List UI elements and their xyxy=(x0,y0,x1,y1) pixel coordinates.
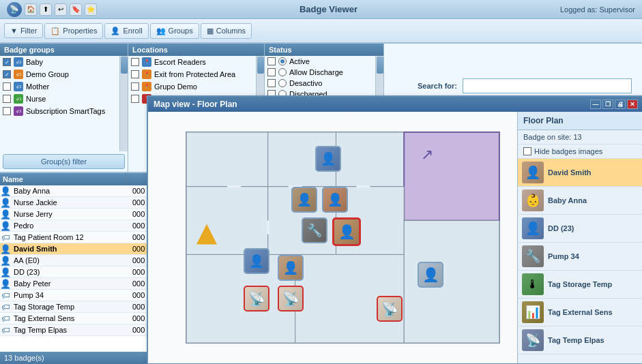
window-controls-left: 📡 🏠 ⬆ ↩ 🔖 ⭐ xyxy=(7,2,97,17)
status-radio-active[interactable] xyxy=(278,57,287,65)
badge-marker-5[interactable]: 👤 xyxy=(244,248,269,274)
location-item-exit[interactable]: 📍 Exit from Protected Area xyxy=(128,68,256,80)
enroll-button[interactable]: 👤 Enroll xyxy=(104,23,148,39)
row-icon: 🏷 xyxy=(0,324,11,335)
status-item-discharge[interactable]: Allow Discharge xyxy=(265,67,375,78)
table-row[interactable]: 🏷 Tag Storage Temp 000 xyxy=(0,301,150,313)
badge-group-label-baby: Baby xyxy=(26,58,43,66)
table-row[interactable]: 👤 DD (23) 000 xyxy=(0,267,150,278)
table-row[interactable]: 👤 Pedro 000 xyxy=(0,220,150,232)
badge-marker-wifi-2[interactable]: 📡 xyxy=(278,286,304,312)
badge-group-checkbox-demo[interactable] xyxy=(3,70,11,78)
badge-groups-scrollbar[interactable] xyxy=(119,56,128,151)
status-item-active[interactable]: Active xyxy=(265,56,375,67)
badge-group-checkbox-mother[interactable] xyxy=(3,82,11,91)
table-row[interactable]: 👤 Baby Anna 000 xyxy=(0,185,150,197)
status-checkbox-desactivo[interactable] xyxy=(267,79,276,87)
map-person-item-external-sens[interactable]: 📊 Tag External Sens xyxy=(518,299,642,327)
map-person-avatar-external-sens: 📊 xyxy=(522,301,544,323)
toolbar-icon-2[interactable]: ⬆ xyxy=(40,3,52,16)
row-icon: 🏷 xyxy=(0,232,11,243)
map-person-item-temp-elpas[interactable]: 📡 Tag Temp Elpas xyxy=(518,327,642,354)
map-person-item-baby-anna[interactable]: 👶 Baby Anna xyxy=(518,187,642,215)
map-person-item-storage-temp[interactable]: 🌡 Tag Storage Temp xyxy=(518,271,642,299)
toolbar-icon-1[interactable]: 🏠 xyxy=(25,3,37,16)
location-checkbox-match[interactable] xyxy=(131,95,139,103)
location-icon-escort: 📍 xyxy=(142,57,151,67)
svg-rect-4 xyxy=(404,132,499,221)
map-person-avatar-storage-temp: 🌡 xyxy=(522,273,544,295)
toolbar-icon-4[interactable]: 🔖 xyxy=(70,3,82,16)
badge-group-checkbox-subscription[interactable] xyxy=(3,107,11,115)
floor-plan-header: Floor Plan xyxy=(518,112,642,130)
map-restore-button[interactable]: ❐ xyxy=(602,100,613,109)
badge-group-item-nurse[interactable]: 🏷 Nurse xyxy=(0,93,119,105)
map-minimize-button[interactable]: — xyxy=(590,100,601,109)
status-label-active: Active xyxy=(289,57,310,65)
groups-button[interactable]: 👥 Groups xyxy=(150,23,199,39)
properties-icon: 📋 xyxy=(50,27,60,35)
table-row[interactable]: 🏷 Tag Temp Elpas 000 xyxy=(0,324,150,336)
status-checkbox-discharge[interactable] xyxy=(267,68,276,76)
groups-filter-button[interactable]: Group(s) filter xyxy=(3,154,125,169)
badge-marker-6[interactable]: 👤 xyxy=(278,255,304,281)
app-title: Badge Viewer xyxy=(300,4,358,14)
badge-marker-2[interactable]: 👤 xyxy=(291,187,317,213)
row-name: Tag Patient Room 12 xyxy=(11,232,130,243)
status-checkbox-active[interactable] xyxy=(267,57,276,65)
status-item-desactivo[interactable]: Desactivo xyxy=(265,78,375,89)
badge-marker-1[interactable]: 👤 xyxy=(315,146,341,172)
map-person-item-david[interactable]: 👤 David Smith xyxy=(518,159,642,187)
badge-marker-selected[interactable]: 👤 xyxy=(332,217,361,246)
table-row[interactable]: 👤 Nurse Jerry 000 xyxy=(0,209,150,220)
map-print-button[interactable]: 🖨 xyxy=(615,100,626,109)
row-name: Tag Temp Elpas xyxy=(11,324,130,335)
table-row[interactable]: 🏷 Tag Patient Room 12 000 xyxy=(0,232,150,243)
table-row[interactable]: 👤 Nurse Jackie 000 xyxy=(0,197,150,209)
badge-marker-right[interactable]: 👤 xyxy=(418,262,443,288)
floor-plan-view[interactable]: ↗ 👤 👤 👤 🔧 👤 👤 xyxy=(148,112,517,363)
toolbar-icon-3[interactable]: ↩ xyxy=(55,3,67,16)
hide-badges-checkbox[interactable] xyxy=(523,147,531,155)
badge-group-item-baby[interactable]: 🏷 Baby xyxy=(0,56,119,68)
location-checkbox-grupo[interactable] xyxy=(131,82,139,91)
table-row[interactable]: 👤 Baby Peter 000 xyxy=(0,278,150,290)
table-row[interactable]: 👤 AA (E0) 000 xyxy=(0,255,150,267)
badge-group-label-mother: Mother xyxy=(26,82,49,91)
columns-icon: ▦ xyxy=(207,27,214,35)
badge-group-item-mother[interactable]: 🏷 Mother xyxy=(0,80,119,93)
badge-marker-wifi-1[interactable]: 📡 xyxy=(244,286,269,312)
map-person-item-pump34[interactable]: 🔧 Pump 34 xyxy=(518,243,642,271)
location-checkbox-exit[interactable] xyxy=(131,70,139,78)
table-row[interactable]: 🏷 Tag External Sens 000 xyxy=(0,313,150,324)
status-scrollbar-thumb[interactable] xyxy=(377,57,383,74)
badge-group-checkbox-baby[interactable] xyxy=(3,58,11,66)
status-radio-discharge[interactable] xyxy=(278,68,287,76)
map-person-avatar-dd23: 👤 xyxy=(522,217,544,239)
locations-scrollbar-thumb[interactable] xyxy=(257,57,264,74)
table-row[interactable]: 🏷 Pump 34 000 xyxy=(0,290,150,301)
badge-group-item-demo[interactable]: 🏷 Demo Group xyxy=(0,68,119,80)
badge-marker-4[interactable]: 🔧 xyxy=(302,217,327,243)
badge-groups-panel: Badge groups 🏷 Baby 🏷 Demo Group xyxy=(0,44,128,172)
location-item-escort[interactable]: 📍 Escort Readers xyxy=(128,56,256,68)
table-row-selected[interactable]: 👤 David Smith 000 xyxy=(0,243,150,255)
status-radio-desactivo[interactable] xyxy=(278,79,287,87)
search-for-input[interactable] xyxy=(463,78,632,93)
map-person-item-dd23[interactable]: 👤 DD (23) xyxy=(518,215,642,243)
columns-button[interactable]: ▦ Columns xyxy=(201,23,252,39)
badge-group-icon-nurse: 🏷 xyxy=(14,94,23,104)
badge-groups-scrollbar-thumb[interactable] xyxy=(121,57,128,74)
filter-button[interactable]: ▼ Filter xyxy=(4,23,43,38)
logged-as-label: Logged as: Supervisor xyxy=(560,5,635,14)
location-checkbox-escort[interactable] xyxy=(131,58,139,66)
map-close-button[interactable]: ✕ xyxy=(627,100,638,109)
badge-marker-wifi-3[interactable]: 📡 xyxy=(377,296,403,322)
badge-group-item-subscription[interactable]: 🏷 Subscription SmartTags xyxy=(0,105,119,117)
row-icon: 👤 xyxy=(0,220,11,231)
badge-marker-3[interactable]: 👤 xyxy=(322,187,348,213)
location-item-grupo[interactable]: 📍 Grupo Demo xyxy=(128,80,256,93)
properties-button[interactable]: 📋 Properties xyxy=(44,23,103,39)
badge-group-checkbox-nurse[interactable] xyxy=(3,95,11,103)
toolbar-icon-5[interactable]: ⭐ xyxy=(85,3,97,16)
